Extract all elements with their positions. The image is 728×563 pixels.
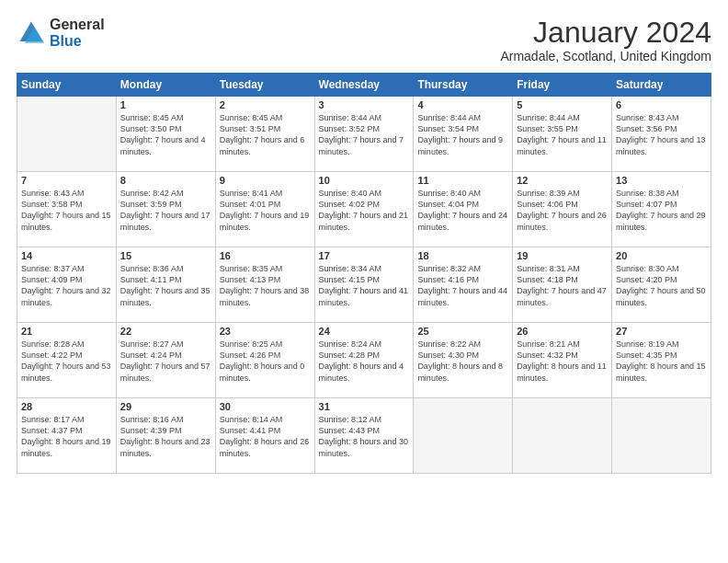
calendar-cell: 20Sunrise: 8:30 AM Sunset: 4:20 PM Dayli… [612, 247, 711, 323]
day-number: 30 [220, 401, 311, 412]
calendar-cell: 16Sunrise: 8:35 AM Sunset: 4:13 PM Dayli… [215, 247, 314, 323]
calendar-cell: 1Sunrise: 8:45 AM Sunset: 3:50 PM Daylig… [116, 97, 215, 172]
calendar-cell [513, 398, 612, 474]
day-info: Sunrise: 8:22 AM Sunset: 4:30 PM Dayligh… [417, 339, 508, 384]
day-info: Sunrise: 8:31 AM Sunset: 4:18 PM Dayligh… [517, 263, 608, 308]
day-info: Sunrise: 8:30 AM Sunset: 4:20 PM Dayligh… [616, 263, 707, 308]
calendar-cell: 21Sunrise: 8:28 AM Sunset: 4:22 PM Dayli… [17, 323, 117, 398]
day-info: Sunrise: 8:37 AM Sunset: 4:09 PM Dayligh… [21, 263, 112, 308]
day-number: 9 [220, 175, 311, 186]
day-info: Sunrise: 8:34 AM Sunset: 4:15 PM Dayligh… [319, 263, 410, 308]
location: Armadale, Scotland, United Kingdom [500, 49, 711, 63]
calendar-cell [612, 398, 711, 474]
day-number: 24 [319, 326, 410, 337]
day-info: Sunrise: 8:28 AM Sunset: 4:22 PM Dayligh… [21, 339, 112, 384]
day-number: 15 [120, 250, 211, 261]
day-info: Sunrise: 8:44 AM Sunset: 3:55 PM Dayligh… [517, 112, 608, 157]
day-number: 31 [319, 401, 410, 412]
day-number: 7 [21, 175, 112, 186]
col-saturday: Saturday [612, 74, 711, 97]
page: General Blue January 2024 Armadale, Scot… [0, 0, 728, 563]
day-info: Sunrise: 8:36 AM Sunset: 4:11 PM Dayligh… [120, 263, 211, 308]
calendar-cell: 18Sunrise: 8:32 AM Sunset: 4:16 PM Dayli… [414, 247, 513, 323]
day-number: 11 [417, 175, 508, 186]
logo-blue: Blue [50, 33, 105, 50]
day-number: 10 [319, 175, 410, 186]
day-info: Sunrise: 8:45 AM Sunset: 3:51 PM Dayligh… [220, 112, 311, 157]
day-number: 26 [517, 326, 608, 337]
day-number: 20 [616, 250, 707, 261]
calendar-cell: 2Sunrise: 8:45 AM Sunset: 3:51 PM Daylig… [215, 97, 314, 172]
calendar-cell [17, 97, 117, 172]
calendar-cell: 17Sunrise: 8:34 AM Sunset: 4:15 PM Dayli… [314, 247, 414, 323]
day-info: Sunrise: 8:32 AM Sunset: 4:16 PM Dayligh… [417, 263, 508, 308]
day-number: 8 [120, 175, 211, 186]
calendar-cell: 14Sunrise: 8:37 AM Sunset: 4:09 PM Dayli… [17, 247, 117, 323]
calendar-cell: 31Sunrise: 8:12 AM Sunset: 4:43 PM Dayli… [314, 398, 414, 474]
day-number: 25 [417, 326, 508, 337]
logo: General Blue [17, 17, 105, 49]
day-number: 17 [319, 250, 410, 261]
day-number: 21 [21, 326, 112, 337]
calendar-cell: 24Sunrise: 8:24 AM Sunset: 4:28 PM Dayli… [314, 323, 414, 398]
calendar-cell: 30Sunrise: 8:14 AM Sunset: 4:41 PM Dayli… [215, 398, 314, 474]
week-row-3: 14Sunrise: 8:37 AM Sunset: 4:09 PM Dayli… [17, 247, 711, 323]
day-number: 13 [616, 175, 707, 186]
day-info: Sunrise: 8:39 AM Sunset: 4:06 PM Dayligh… [517, 188, 608, 233]
day-number: 22 [120, 326, 211, 337]
day-number: 4 [417, 99, 508, 110]
day-info: Sunrise: 8:40 AM Sunset: 4:02 PM Dayligh… [319, 188, 410, 233]
day-info: Sunrise: 8:43 AM Sunset: 3:56 PM Dayligh… [616, 112, 707, 157]
calendar-cell: 10Sunrise: 8:40 AM Sunset: 4:02 PM Dayli… [314, 172, 414, 247]
day-info: Sunrise: 8:17 AM Sunset: 4:37 PM Dayligh… [21, 414, 112, 459]
day-number: 29 [120, 401, 211, 412]
day-info: Sunrise: 8:25 AM Sunset: 4:26 PM Dayligh… [220, 339, 311, 384]
col-thursday: Thursday [414, 74, 513, 97]
day-info: Sunrise: 8:44 AM Sunset: 3:52 PM Dayligh… [319, 112, 410, 157]
calendar-cell: 5Sunrise: 8:44 AM Sunset: 3:55 PM Daylig… [513, 97, 612, 172]
calendar-cell: 27Sunrise: 8:19 AM Sunset: 4:35 PM Dayli… [612, 323, 711, 398]
week-row-1: 1Sunrise: 8:45 AM Sunset: 3:50 PM Daylig… [17, 97, 711, 172]
day-number: 1 [120, 99, 211, 110]
calendar: Sunday Monday Tuesday Wednesday Thursday… [17, 73, 711, 474]
col-sunday: Sunday [17, 74, 117, 97]
day-number: 5 [517, 99, 608, 110]
header: General Blue January 2024 Armadale, Scot… [17, 17, 711, 63]
logo-text: General Blue [50, 17, 105, 49]
day-info: Sunrise: 8:42 AM Sunset: 3:59 PM Dayligh… [120, 188, 211, 233]
day-info: Sunrise: 8:35 AM Sunset: 4:13 PM Dayligh… [220, 263, 311, 308]
calendar-cell: 9Sunrise: 8:41 AM Sunset: 4:01 PM Daylig… [215, 172, 314, 247]
day-number: 28 [21, 401, 112, 412]
day-info: Sunrise: 8:45 AM Sunset: 3:50 PM Dayligh… [120, 112, 211, 157]
day-number: 2 [220, 99, 311, 110]
calendar-cell: 19Sunrise: 8:31 AM Sunset: 4:18 PM Dayli… [513, 247, 612, 323]
day-number: 14 [21, 250, 112, 261]
day-info: Sunrise: 8:14 AM Sunset: 4:41 PM Dayligh… [220, 414, 311, 459]
calendar-cell: 26Sunrise: 8:21 AM Sunset: 4:32 PM Dayli… [513, 323, 612, 398]
day-info: Sunrise: 8:43 AM Sunset: 3:58 PM Dayligh… [21, 188, 112, 233]
day-info: Sunrise: 8:27 AM Sunset: 4:24 PM Dayligh… [120, 339, 211, 384]
calendar-cell: 4Sunrise: 8:44 AM Sunset: 3:54 PM Daylig… [414, 97, 513, 172]
week-row-2: 7Sunrise: 8:43 AM Sunset: 3:58 PM Daylig… [17, 172, 711, 247]
day-info: Sunrise: 8:12 AM Sunset: 4:43 PM Dayligh… [319, 414, 410, 459]
day-number: 18 [417, 250, 508, 261]
day-info: Sunrise: 8:44 AM Sunset: 3:54 PM Dayligh… [417, 112, 508, 157]
col-wednesday: Wednesday [314, 74, 414, 97]
calendar-cell [414, 398, 513, 474]
title-block: January 2024 Armadale, Scotland, United … [500, 17, 711, 63]
calendar-cell: 13Sunrise: 8:38 AM Sunset: 4:07 PM Dayli… [612, 172, 711, 247]
logo-icon [17, 18, 46, 48]
day-info: Sunrise: 8:38 AM Sunset: 4:07 PM Dayligh… [616, 188, 707, 233]
calendar-cell: 7Sunrise: 8:43 AM Sunset: 3:58 PM Daylig… [17, 172, 117, 247]
day-info: Sunrise: 8:19 AM Sunset: 4:35 PM Dayligh… [616, 339, 707, 384]
calendar-cell: 25Sunrise: 8:22 AM Sunset: 4:30 PM Dayli… [414, 323, 513, 398]
week-row-4: 21Sunrise: 8:28 AM Sunset: 4:22 PM Dayli… [17, 323, 711, 398]
day-info: Sunrise: 8:24 AM Sunset: 4:28 PM Dayligh… [319, 339, 410, 384]
col-friday: Friday [513, 74, 612, 97]
day-number: 23 [220, 326, 311, 337]
calendar-cell: 29Sunrise: 8:16 AM Sunset: 4:39 PM Dayli… [116, 398, 215, 474]
day-number: 3 [319, 99, 410, 110]
day-info: Sunrise: 8:41 AM Sunset: 4:01 PM Dayligh… [220, 188, 311, 233]
calendar-cell: 23Sunrise: 8:25 AM Sunset: 4:26 PM Dayli… [215, 323, 314, 398]
logo-general: General [50, 17, 105, 33]
